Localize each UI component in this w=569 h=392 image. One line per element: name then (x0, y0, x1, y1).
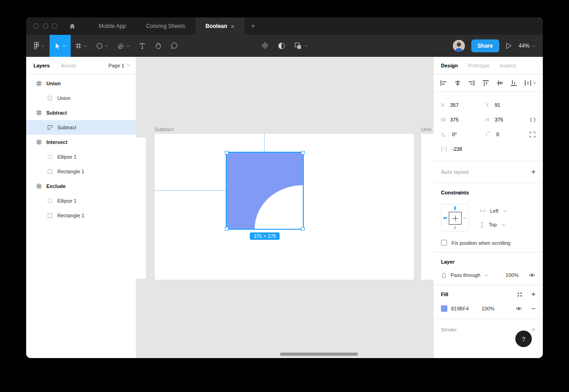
fill-color-swatch[interactable] (441, 305, 447, 312)
frame-label-union[interactable]: Unio (421, 127, 432, 132)
comment-tool-button[interactable] (166, 35, 183, 57)
resize-handle-nw[interactable] (225, 151, 229, 155)
move-tool-button[interactable] (50, 35, 71, 57)
pen-tool-button[interactable] (113, 35, 134, 57)
create-component-button[interactable] (261, 42, 269, 50)
blend-mode-select[interactable]: Pass through (441, 272, 488, 278)
rotation-value: 0° (452, 132, 457, 137)
avatar[interactable] (453, 40, 465, 52)
add-fill-button[interactable]: + (531, 290, 536, 298)
layer-row-union-frame[interactable]: Union (26, 76, 136, 91)
close-tab-icon[interactable]: × (231, 23, 234, 30)
fill-opacity-field[interactable]: 100% (482, 306, 495, 311)
tab-inspect[interactable]: Inspect (500, 63, 516, 68)
tab-coloring-sheets[interactable]: Coloring Sheets (136, 17, 195, 35)
add-stroke-button[interactable]: + (531, 326, 536, 334)
chevron-down-icon (503, 210, 507, 212)
tab-layers[interactable]: Layers (33, 63, 50, 68)
layer-row-intersect-frame[interactable]: Intersect (26, 135, 136, 149)
layer-row-subtract-frame[interactable]: Subtract (26, 105, 136, 120)
width-field[interactable]: W 375 (441, 117, 485, 122)
resize-handle-ne[interactable] (301, 151, 305, 155)
present-button[interactable] (506, 42, 512, 50)
resize-handle-se[interactable] (301, 227, 305, 231)
frame-tool-button[interactable] (71, 35, 92, 57)
share-button[interactable]: Share (471, 39, 499, 52)
layer-row-exclude-frame[interactable]: Exclude (26, 179, 136, 193)
constraint-right-tick[interactable] (463, 218, 466, 218)
tab-mobile-app[interactable]: Mobile App (89, 17, 136, 35)
zoom-menu[interactable]: 44% (519, 43, 536, 49)
resize-handle-sw[interactable] (225, 227, 229, 231)
horizontal-constraint-select[interactable]: Left (480, 204, 507, 218)
distribute-button[interactable] (524, 80, 536, 86)
page-selector[interactable]: Page 1 (108, 63, 130, 68)
corner-radius-field[interactable]: 0 (485, 132, 530, 137)
main-menu-button[interactable] (26, 35, 50, 57)
align-horizontal-center-button[interactable] (454, 80, 461, 86)
close-window-button[interactable] (33, 23, 39, 29)
horizontal-scrollbar[interactable] (280, 353, 358, 356)
independent-corners-button[interactable] (530, 132, 536, 138)
constraints-section: Constraints Left (434, 182, 543, 252)
x-field[interactable]: X 357 (441, 102, 485, 108)
remove-fill-button[interactable]: − (531, 304, 536, 312)
height-field[interactable]: H 375 (485, 117, 530, 122)
component-icon (261, 42, 269, 50)
constraints-title: Constraints (441, 190, 469, 195)
constraint-bottom-tick[interactable] (455, 226, 455, 229)
layer-row-rectangle-1[interactable]: Rectangle 1 (26, 164, 136, 179)
tab-assets[interactable]: Assets (61, 63, 76, 68)
fill-styles-icon[interactable] (517, 292, 522, 297)
add-auto-layout-button[interactable]: + (531, 168, 536, 176)
text-tool-button[interactable] (134, 35, 150, 57)
constrain-proportions-button[interactable] (530, 117, 536, 123)
fill-hex-field[interactable]: 819BF4 (451, 306, 469, 311)
layer-row-union[interactable]: Union (26, 91, 136, 105)
constraints-widget[interactable] (441, 204, 469, 232)
eye-icon (515, 306, 522, 311)
layer-opacity-field[interactable]: 100% (506, 272, 519, 278)
frame-union-partial[interactable] (421, 134, 434, 280)
tab-prototype[interactable]: Prototype (468, 63, 490, 68)
layer-row-subtract[interactable]: Subtract (26, 120, 136, 135)
selection-size-badge: 375 × 375 (250, 232, 279, 240)
height-value: 375 (495, 117, 503, 122)
hand-tool-button[interactable] (150, 35, 166, 57)
help-button[interactable]: ? (515, 331, 532, 347)
rotation-field[interactable]: 0° (441, 132, 485, 137)
fix-position-checkbox[interactable] (441, 240, 447, 246)
layer-visibility-button[interactable] (529, 272, 536, 278)
constraint-left-tick[interactable] (443, 217, 447, 219)
layer-row-rectangle-1b[interactable]: Rectangle 1 (26, 208, 136, 223)
use-as-mask-button[interactable] (278, 42, 286, 50)
new-tab-button[interactable]: + (245, 22, 262, 30)
align-bottom-button[interactable] (510, 80, 517, 86)
layer-row-ellipse-1b[interactable]: Ellipse 1 (26, 193, 136, 208)
tab-design[interactable]: Design (441, 63, 458, 68)
minimize-window-button[interactable] (43, 23, 48, 29)
item-spacing-field[interactable]: -238 (441, 146, 462, 152)
corner-radius-value: 0 (496, 132, 499, 137)
align-vertical-center-button[interactable] (496, 80, 503, 86)
partial-frame-left[interactable] (136, 138, 146, 279)
width-label: W (441, 117, 446, 122)
align-top-button[interactable] (482, 80, 489, 86)
canvas[interactable]: Subtract Unio 375 × 375 (136, 57, 434, 358)
fill-visibility-button[interactable] (515, 306, 522, 311)
align-right-button[interactable] (468, 80, 475, 86)
y-field[interactable]: Y 91 (485, 102, 530, 108)
zoom-window-button[interactable] (52, 23, 57, 29)
frame-label-subtract[interactable]: Subtract (155, 127, 173, 132)
home-icon[interactable] (64, 23, 80, 29)
layer-row-ellipse-1[interactable]: Ellipse 1 (26, 149, 136, 164)
shape-tool-button[interactable] (92, 35, 113, 57)
fill-title: Fill (441, 292, 448, 297)
boolean-groups-button[interactable] (294, 42, 308, 50)
layers-panel: Layers Assets Page 1 Union Union (26, 57, 136, 358)
constraint-top-tick[interactable] (454, 206, 456, 210)
frame-icon (75, 43, 82, 49)
vertical-constraint-select[interactable]: Top (480, 218, 507, 232)
tab-boolean[interactable]: Boolean × (195, 17, 245, 35)
align-left-button[interactable] (440, 80, 447, 86)
